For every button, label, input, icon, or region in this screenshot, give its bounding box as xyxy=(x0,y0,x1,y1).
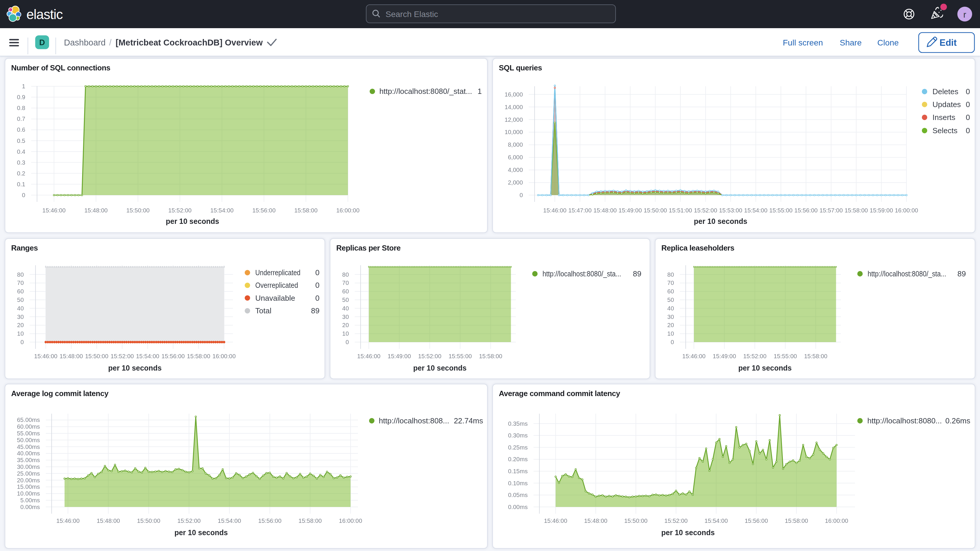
svg-text:D: D xyxy=(39,38,45,47)
svg-text:5.00ms: 5.00ms xyxy=(20,497,40,503)
svg-text:40: 40 xyxy=(17,305,24,312)
svg-text:2,000: 2,000 xyxy=(508,179,523,186)
svg-text:89: 89 xyxy=(311,306,320,315)
svg-text:0.00ms: 0.00ms xyxy=(20,504,40,510)
svg-text:15:54:00: 15:54:00 xyxy=(705,518,728,524)
svg-text:20.00ms: 20.00ms xyxy=(17,477,40,484)
svg-text:http://localhost:8080...: http://localhost:8080... xyxy=(867,416,942,425)
svg-text:0: 0 xyxy=(346,339,349,346)
svg-text:10,000: 10,000 xyxy=(505,129,523,135)
svg-text:0: 0 xyxy=(520,192,523,198)
svg-text:0.10ms: 0.10ms xyxy=(508,480,528,486)
svg-text:50: 50 xyxy=(667,297,674,303)
svg-text:15:56:00: 15:56:00 xyxy=(161,353,185,360)
svg-text:15:46:00: 15:46:00 xyxy=(34,353,57,360)
svg-text:16:00:00: 16:00:00 xyxy=(212,353,235,360)
svg-text:[Metricbeat CockroachDB] Overv: [Metricbeat CockroachDB] Overview xyxy=(116,38,263,47)
svg-text:80: 80 xyxy=(667,271,674,278)
svg-text:15:58:00: 15:58:00 xyxy=(804,353,827,360)
svg-text:0.00ms: 0.00ms xyxy=(508,504,528,510)
svg-text:15:46:00: 15:46:00 xyxy=(42,207,65,213)
svg-text:15:58:00: 15:58:00 xyxy=(479,353,502,360)
svg-text:60.00ms: 60.00ms xyxy=(17,424,40,430)
svg-text:Deletes: Deletes xyxy=(932,87,958,96)
svg-text:12,000: 12,000 xyxy=(505,116,523,123)
svg-text:45.00ms: 45.00ms xyxy=(17,444,40,450)
svg-text:16:00:00: 16:00:00 xyxy=(339,518,362,524)
svg-text:15:52:00: 15:52:00 xyxy=(418,353,441,360)
svg-text:/: / xyxy=(109,38,112,47)
svg-text:15:57:00: 15:57:00 xyxy=(819,207,843,213)
svg-text:15:48:00: 15:48:00 xyxy=(593,207,617,213)
svg-text:15:52:00: 15:52:00 xyxy=(743,353,767,360)
svg-text:15:50:00: 15:50:00 xyxy=(624,518,648,524)
svg-text:6,000: 6,000 xyxy=(508,154,523,161)
svg-text:15:46:00: 15:46:00 xyxy=(682,353,705,360)
svg-text:15:52:00: 15:52:00 xyxy=(694,207,717,213)
svg-text:16,000: 16,000 xyxy=(505,91,523,98)
svg-text:30: 30 xyxy=(17,314,24,320)
svg-text:Clone: Clone xyxy=(877,38,899,47)
svg-text:0.7: 0.7 xyxy=(17,116,25,122)
svg-text:Search Elastic: Search Elastic xyxy=(385,10,438,19)
svg-text:60: 60 xyxy=(17,288,24,295)
svg-text:10.00ms: 10.00ms xyxy=(17,490,40,497)
svg-text:0.3: 0.3 xyxy=(17,159,25,166)
svg-text:15:54:00: 15:54:00 xyxy=(744,207,767,213)
svg-text:15:54:00: 15:54:00 xyxy=(218,518,241,524)
svg-text:89: 89 xyxy=(633,269,641,278)
svg-text:50.00ms: 50.00ms xyxy=(17,437,40,443)
svg-text:1: 1 xyxy=(478,87,482,96)
svg-text:0: 0 xyxy=(966,87,970,96)
svg-text:15:50:00: 15:50:00 xyxy=(126,207,150,213)
svg-text:0: 0 xyxy=(315,281,320,290)
svg-text:20: 20 xyxy=(342,322,349,328)
svg-text:10: 10 xyxy=(667,330,674,337)
svg-text:15:48:00: 15:48:00 xyxy=(84,207,108,213)
svg-text:0: 0 xyxy=(966,100,970,109)
svg-text:15:50:00: 15:50:00 xyxy=(137,518,160,524)
svg-text:15:48:00: 15:48:00 xyxy=(60,353,83,360)
svg-text:0: 0 xyxy=(671,339,674,346)
svg-text:15:59:00: 15:59:00 xyxy=(870,207,893,213)
svg-text:4,000: 4,000 xyxy=(508,167,523,173)
svg-text:0.20ms: 0.20ms xyxy=(508,456,528,462)
svg-text:8,000: 8,000 xyxy=(508,142,523,148)
svg-text:15:56:00: 15:56:00 xyxy=(794,207,818,213)
svg-text:0.25ms: 0.25ms xyxy=(508,444,528,451)
svg-text:60: 60 xyxy=(342,288,349,295)
svg-text:0.9: 0.9 xyxy=(17,94,25,100)
svg-text:15:52:00: 15:52:00 xyxy=(169,207,192,213)
svg-text:15:49:00: 15:49:00 xyxy=(713,353,736,360)
svg-text:40: 40 xyxy=(667,305,674,312)
svg-text:0.15ms: 0.15ms xyxy=(508,468,528,475)
svg-text:per 10 seconds: per 10 seconds xyxy=(166,217,219,225)
svg-text:30: 30 xyxy=(342,314,349,320)
svg-text:15:52:00: 15:52:00 xyxy=(664,518,687,524)
svg-text:0.30ms: 0.30ms xyxy=(508,432,528,439)
svg-text:10: 10 xyxy=(342,330,349,337)
svg-text:14,000: 14,000 xyxy=(505,104,523,110)
svg-text:Underreplicated: Underreplicated xyxy=(255,268,301,277)
svg-text:16:00:00: 16:00:00 xyxy=(895,207,918,213)
svg-text:15:58:00: 15:58:00 xyxy=(187,353,210,360)
svg-text:1: 1 xyxy=(22,83,25,89)
svg-text:40: 40 xyxy=(342,305,349,312)
svg-text:15:56:00: 15:56:00 xyxy=(252,207,275,213)
svg-text:15:54:00: 15:54:00 xyxy=(136,353,159,360)
svg-text:15:52:00: 15:52:00 xyxy=(111,353,134,360)
svg-text:55.00ms: 55.00ms xyxy=(17,430,40,436)
svg-text:15:56:00: 15:56:00 xyxy=(258,518,282,524)
svg-text:Edit: Edit xyxy=(940,38,957,48)
svg-text:r: r xyxy=(963,10,966,19)
svg-text:per 10 seconds: per 10 seconds xyxy=(108,364,162,372)
svg-text:20: 20 xyxy=(17,322,24,328)
svg-text:15:50:00: 15:50:00 xyxy=(85,353,108,360)
svg-text:0.26ms: 0.26ms xyxy=(945,416,970,425)
svg-text:per 10 seconds: per 10 seconds xyxy=(413,364,466,372)
svg-text:60: 60 xyxy=(667,288,674,295)
svg-text:25.00ms: 25.00ms xyxy=(17,470,40,477)
svg-text:Share: Share xyxy=(840,38,862,47)
svg-text:0.05ms: 0.05ms xyxy=(508,492,528,498)
svg-text:0: 0 xyxy=(315,294,320,303)
